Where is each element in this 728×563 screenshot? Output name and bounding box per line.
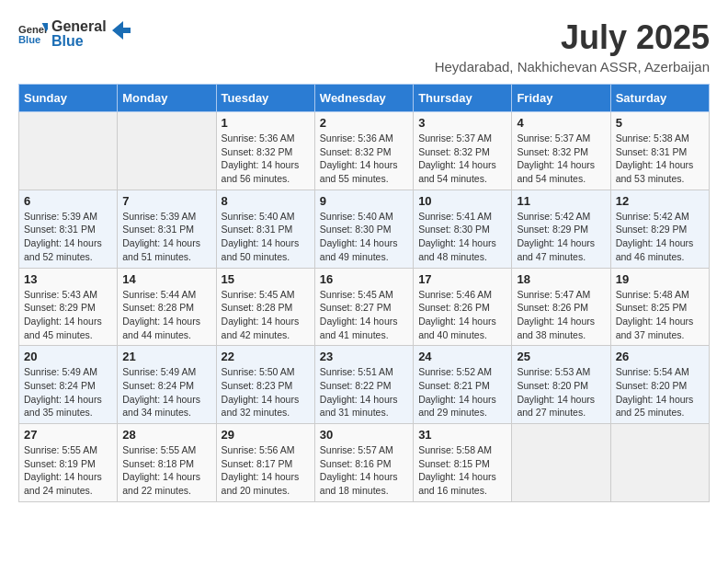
calendar-week-5: 27Sunrise: 5:55 AM Sunset: 8:19 PM Dayli… [19,424,710,502]
day-info: Sunrise: 5:50 AM Sunset: 8:23 PM Dayligh… [222,365,310,419]
day-info: Sunrise: 5:52 AM Sunset: 8:21 PM Dayligh… [418,365,506,419]
calendar-table: SundayMondayTuesdayWednesdayThursdayFrid… [18,84,710,502]
day-header-monday: Monday [118,85,216,112]
day-number: 12 [616,194,704,208]
calendar-cell: 3Sunrise: 5:37 AM Sunset: 8:32 PM Daylig… [414,112,512,190]
day-info: Sunrise: 5:49 AM Sunset: 8:24 PM Dayligh… [122,365,210,419]
logo: General Blue General Blue [18,18,131,49]
title-block: July 2025 Heydarabad, Nakhichevan ASSR, … [435,18,710,75]
svg-text:Blue: Blue [18,34,40,45]
calendar-cell: 11Sunrise: 5:42 AM Sunset: 8:29 PM Dayli… [512,190,610,268]
calendar-cell: 19Sunrise: 5:48 AM Sunset: 8:25 PM Dayli… [610,268,709,346]
day-number: 6 [24,194,112,208]
calendar-cell: 13Sunrise: 5:43 AM Sunset: 8:29 PM Dayli… [19,268,118,346]
day-number: 7 [122,194,210,208]
day-info: Sunrise: 5:56 AM Sunset: 8:17 PM Dayligh… [222,443,310,498]
day-info: Sunrise: 5:58 AM Sunset: 8:15 PM Dayligh… [418,443,506,498]
calendar-cell: 27Sunrise: 5:55 AM Sunset: 8:19 PM Dayli… [19,424,118,502]
calendar-cell: 1Sunrise: 5:36 AM Sunset: 8:32 PM Daylig… [216,112,314,190]
page-header: General Blue General Blue July 2025 Heyd… [18,18,710,75]
day-number: 21 [122,350,210,363]
calendar-cell: 2Sunrise: 5:36 AM Sunset: 8:32 PM Daylig… [314,112,413,190]
day-number: 3 [418,116,506,130]
day-number: 10 [418,194,506,208]
day-info: Sunrise: 5:45 AM Sunset: 8:27 PM Dayligh… [320,288,408,342]
days-of-week-row: SundayMondayTuesdayWednesdayThursdayFrid… [19,85,710,112]
day-number: 16 [320,272,408,286]
calendar-cell: 26Sunrise: 5:54 AM Sunset: 8:20 PM Dayli… [610,346,709,424]
calendar-cell [512,424,610,502]
logo-arrow-icon [112,21,131,40]
calendar-cell: 12Sunrise: 5:42 AM Sunset: 8:29 PM Dayli… [610,190,709,268]
day-info: Sunrise: 5:47 AM Sunset: 8:26 PM Dayligh… [517,288,605,342]
day-info: Sunrise: 5:55 AM Sunset: 8:19 PM Dayligh… [24,443,112,498]
day-header-tuesday: Tuesday [216,85,314,112]
day-info: Sunrise: 5:42 AM Sunset: 8:29 PM Dayligh… [517,210,605,264]
day-number: 2 [320,116,408,130]
calendar-cell: 17Sunrise: 5:46 AM Sunset: 8:26 PM Dayli… [414,268,512,346]
day-number: 13 [24,272,112,286]
day-number: 9 [320,194,408,208]
day-header-sunday: Sunday [19,85,118,112]
calendar-header: SundayMondayTuesdayWednesdayThursdayFrid… [19,85,710,112]
day-number: 1 [222,116,310,130]
calendar-cell [19,112,118,190]
day-number: 8 [222,194,310,208]
calendar-cell: 14Sunrise: 5:44 AM Sunset: 8:28 PM Dayli… [118,268,216,346]
day-number: 23 [320,350,408,363]
calendar-week-4: 20Sunrise: 5:49 AM Sunset: 8:24 PM Dayli… [19,346,710,424]
day-number: 4 [517,116,605,130]
day-number: 11 [517,194,605,208]
calendar-cell: 25Sunrise: 5:53 AM Sunset: 8:20 PM Dayli… [512,346,610,424]
day-number: 25 [517,350,605,363]
day-info: Sunrise: 5:55 AM Sunset: 8:18 PM Dayligh… [122,443,210,498]
day-header-friday: Friday [512,85,610,112]
calendar-cell [118,112,216,190]
calendar-week-2: 6Sunrise: 5:39 AM Sunset: 8:31 PM Daylig… [19,190,710,268]
calendar-cell: 23Sunrise: 5:51 AM Sunset: 8:22 PM Dayli… [314,346,413,424]
calendar-cell: 30Sunrise: 5:57 AM Sunset: 8:16 PM Dayli… [314,424,413,502]
day-header-saturday: Saturday [610,85,709,112]
calendar-cell: 6Sunrise: 5:39 AM Sunset: 8:31 PM Daylig… [19,190,118,268]
day-info: Sunrise: 5:37 AM Sunset: 8:32 PM Dayligh… [418,132,506,186]
day-info: Sunrise: 5:53 AM Sunset: 8:20 PM Dayligh… [517,365,605,419]
day-info: Sunrise: 5:42 AM Sunset: 8:29 PM Dayligh… [616,210,704,264]
calendar-cell: 5Sunrise: 5:38 AM Sunset: 8:31 PM Daylig… [610,112,709,190]
day-info: Sunrise: 5:36 AM Sunset: 8:32 PM Dayligh… [222,132,310,186]
day-header-wednesday: Wednesday [314,85,413,112]
calendar-cell: 22Sunrise: 5:50 AM Sunset: 8:23 PM Dayli… [216,346,314,424]
svg-marker-3 [112,21,131,40]
day-number: 26 [616,350,704,363]
location-title: Heydarabad, Nakhichevan ASSR, Azerbaijan [435,59,710,75]
day-info: Sunrise: 5:46 AM Sunset: 8:26 PM Dayligh… [418,288,506,342]
calendar-cell [610,424,709,502]
day-number: 17 [418,272,506,286]
day-number: 24 [418,350,506,363]
calendar-cell: 28Sunrise: 5:55 AM Sunset: 8:18 PM Dayli… [118,424,216,502]
day-number: 30 [320,428,408,442]
calendar-cell: 15Sunrise: 5:45 AM Sunset: 8:28 PM Dayli… [216,268,314,346]
day-info: Sunrise: 5:48 AM Sunset: 8:25 PM Dayligh… [616,288,704,342]
day-info: Sunrise: 5:39 AM Sunset: 8:31 PM Dayligh… [122,210,210,264]
calendar-cell: 24Sunrise: 5:52 AM Sunset: 8:21 PM Dayli… [414,346,512,424]
day-header-thursday: Thursday [414,85,512,112]
day-number: 14 [122,272,210,286]
logo-text-blue: Blue [51,33,107,50]
day-number: 20 [24,350,112,363]
calendar-cell: 10Sunrise: 5:41 AM Sunset: 8:30 PM Dayli… [414,190,512,268]
month-title: July 2025 [435,18,710,57]
calendar-cell: 7Sunrise: 5:39 AM Sunset: 8:31 PM Daylig… [118,190,216,268]
day-info: Sunrise: 5:44 AM Sunset: 8:28 PM Dayligh… [122,288,210,342]
calendar-cell: 16Sunrise: 5:45 AM Sunset: 8:27 PM Dayli… [314,268,413,346]
calendar-cell: 31Sunrise: 5:58 AM Sunset: 8:15 PM Dayli… [414,424,512,502]
day-info: Sunrise: 5:49 AM Sunset: 8:24 PM Dayligh… [24,365,112,419]
day-info: Sunrise: 5:38 AM Sunset: 8:31 PM Dayligh… [616,132,704,186]
day-number: 28 [122,428,210,442]
day-number: 29 [222,428,310,442]
day-number: 22 [222,350,310,363]
calendar-week-3: 13Sunrise: 5:43 AM Sunset: 8:29 PM Dayli… [19,268,710,346]
calendar-week-1: 1Sunrise: 5:36 AM Sunset: 8:32 PM Daylig… [19,112,710,190]
calendar-cell: 18Sunrise: 5:47 AM Sunset: 8:26 PM Dayli… [512,268,610,346]
calendar-body: 1Sunrise: 5:36 AM Sunset: 8:32 PM Daylig… [19,112,710,502]
day-info: Sunrise: 5:40 AM Sunset: 8:31 PM Dayligh… [222,210,310,264]
